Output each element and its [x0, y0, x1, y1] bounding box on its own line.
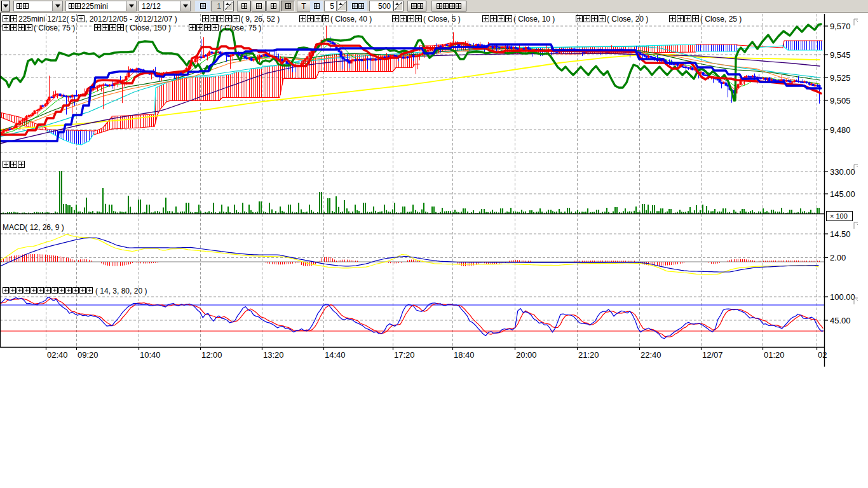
svg-text:18:40: 18:40 — [454, 350, 475, 360]
svg-text:2.00: 2.00 — [830, 253, 846, 262]
svg-text:22:40: 22:40 — [641, 350, 661, 360]
svg-text:20:00: 20:00 — [516, 350, 537, 360]
svg-text:14:40: 14:40 — [325, 350, 346, 360]
svg-text:( Close, 75 ): ( Close, 75 ) — [34, 24, 75, 32]
svg-text:( Close, 5 ): ( Close, 5 ) — [423, 15, 461, 24]
svg-text:( Close, 10 ): ( Close, 10 ) — [513, 15, 555, 24]
svg-text:( Close, 25 ): ( Close, 25 ) — [700, 15, 742, 24]
svg-text:02: 02 — [818, 350, 827, 360]
svg-text:9,480: 9,480 — [830, 125, 851, 135]
svg-text:( Close, 150 ): ( Close, 150 ) — [125, 24, 171, 32]
svg-text:( 9, 26, 52 ): ( 9, 26, 52 ) — [241, 15, 280, 24]
svg-text:09:20: 09:20 — [78, 350, 98, 360]
svg-text:12/07: 12/07 — [702, 350, 723, 360]
svg-text:10:40: 10:40 — [140, 350, 161, 360]
svg-text:14.50: 14.50 — [830, 229, 851, 239]
svg-text:145.00: 145.00 — [830, 189, 855, 199]
svg-text:( Close, 75 ): ( Close, 75 ) — [220, 24, 261, 32]
svg-text:02:40: 02:40 — [47, 350, 68, 360]
svg-text:, 2012/12/05 - 2012/12/07 ): , 2012/12/05 - 2012/12/07 ) — [85, 15, 177, 24]
svg-text:9,570: 9,570 — [830, 22, 851, 31]
svg-text:( Close, 20 ): ( Close, 20 ) — [607, 15, 648, 24]
svg-text:01:20: 01:20 — [764, 350, 785, 360]
svg-text:( Close, 40 ): ( Close, 40 ) — [330, 15, 372, 24]
svg-text:13:20: 13:20 — [263, 350, 284, 360]
svg-text:330.00: 330.00 — [830, 167, 855, 177]
svg-text:17:20: 17:20 — [394, 350, 415, 360]
svg-text:9,505: 9,505 — [830, 96, 851, 105]
svg-text:9,545: 9,545 — [830, 50, 851, 60]
svg-text:225mini 12/12( 5: 225mini 12/12( 5 — [18, 15, 76, 24]
svg-text:100.00: 100.00 — [830, 292, 855, 302]
svg-text:21:20: 21:20 — [578, 350, 599, 360]
svg-text:( 14, 3, 80, 20 ): ( 14, 3, 80, 20 ) — [95, 287, 147, 295]
svg-text:MACD( 12, 26, 9 ): MACD( 12, 26, 9 ) — [3, 223, 64, 232]
svg-text:9,525: 9,525 — [830, 73, 851, 83]
svg-text:45.00: 45.00 — [830, 316, 851, 325]
svg-text:× 100: × 100 — [830, 212, 848, 220]
svg-text:12:00: 12:00 — [201, 350, 222, 360]
